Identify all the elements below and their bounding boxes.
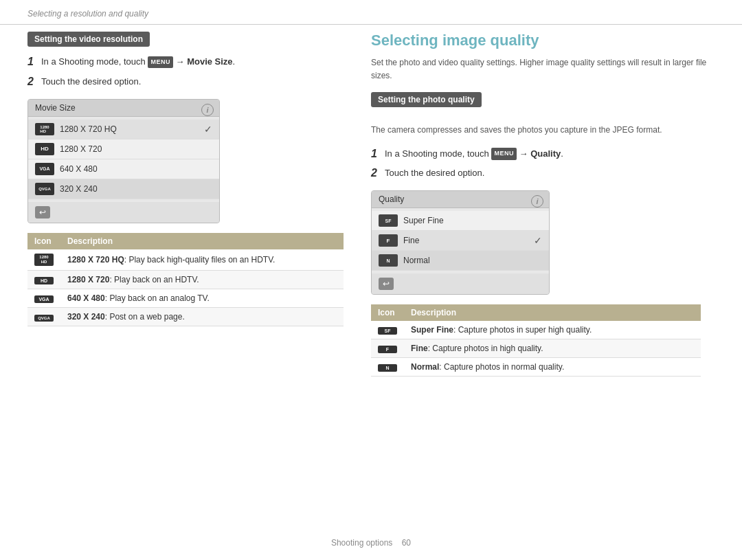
mockup-item-1280hq[interactable]: 1280HD 1280 X 720 HQ ✓	[28, 120, 219, 139]
step-2-text: Touch the desired option.	[41, 75, 141, 89]
right-step-2: 2 Touch the desired option.	[371, 166, 715, 181]
quality-title: Quality	[379, 194, 404, 204]
row-icon-qvga: QVGA	[27, 307, 60, 326]
item-label-640: 640 X 480	[60, 164, 98, 174]
page-container: Selecting a resolution and quality Setti…	[0, 0, 742, 560]
mockup-items-left: 1280HD 1280 X 720 HQ ✓ HD 1280 X 720 VGA…	[28, 117, 219, 202]
right-desc: Set the photo and video quality settings…	[371, 56, 715, 82]
row-desc-qvga: 320 X 240: Post on a web page.	[60, 307, 344, 326]
row-desc-sf: Super Fine: Capture photos in super high…	[404, 321, 701, 339]
back-button-left[interactable]: ↩	[35, 206, 50, 219]
row-icon-vga: VGA	[27, 289, 60, 307]
left-step-2: 2 Touch the desired option.	[27, 75, 344, 89]
icon-block-1280hq: 1280HD	[34, 254, 54, 266]
svg-text:SF: SF	[385, 219, 392, 223]
row-icon-1280hq: 1280HD	[27, 249, 60, 271]
left-ui-mockup: Movie Size i 1280HD 1280 X 720 HQ ✓ HD 1…	[27, 99, 220, 223]
item-label-normal: Normal	[403, 256, 430, 265]
right-section-badge: Setting the photo quality	[371, 92, 482, 107]
row-desc-f: Fine: Capture photos in high quality.	[404, 339, 701, 358]
left-desc-table: Icon Description 1280HD 1280 X 720 HQ: P…	[27, 233, 344, 326]
row-icon-f: F	[371, 339, 404, 358]
row-icon-n: N	[371, 358, 404, 377]
item-label-1280: 1280 X 720	[60, 144, 102, 154]
back-button-right[interactable]: ↩	[379, 278, 394, 290]
item-label-1280hq: 1280 X 720 HQ	[60, 124, 117, 134]
right-step-num-2: 2	[371, 166, 381, 181]
mockup-footer-left: ↩	[28, 202, 219, 223]
icon-block-sf: SF	[378, 327, 397, 335]
step-1-text: In a Shooting mode, touch MENU → Movie S…	[41, 55, 235, 69]
menu-icon-right: MENU	[491, 148, 517, 160]
mockup-title-right: Quality i	[372, 191, 549, 208]
right-desc-table: Icon Description SF Super Fine: Capture …	[371, 304, 701, 377]
left-column: Setting the video resolution 1 In a Shoo…	[27, 32, 344, 377]
icon-320: QVGA	[35, 183, 54, 195]
left-section-badge: Setting the video resolution	[27, 32, 150, 47]
step-num-2: 2	[27, 75, 37, 89]
content-area: Setting the video resolution 1 In a Shoo…	[0, 32, 742, 377]
table-row: HD 1280 X 720: Play back on an HDTV.	[27, 270, 344, 289]
mockup-title-left: Movie Size i	[28, 100, 219, 117]
icon-normal: N	[379, 254, 398, 267]
right-step-2-text: Touch the desired option.	[385, 166, 484, 180]
right-column: Selecting image quality Set the photo an…	[371, 32, 715, 377]
right-ui-mockup: Quality i SF Super Fine	[371, 190, 550, 295]
right-step-1-text: In a Shooting mode, touch MENU → Quality…	[385, 147, 563, 161]
mockup-items-right: SF Super Fine F Fine ✓	[372, 208, 549, 273]
mockup-item-fine[interactable]: F Fine ✓	[372, 231, 549, 251]
right-heading: Selecting image quality	[371, 32, 715, 49]
icon-1280hq: 1280HD	[35, 123, 54, 135]
breadcrumb: Selecting a resolution and quality	[27, 9, 148, 19]
table-row: VGA 640 X 480: Play back on an analog TV…	[27, 289, 344, 307]
info-button-left[interactable]: i	[201, 104, 214, 116]
row-icon-hd: HD	[27, 270, 60, 289]
mockup-item-1280[interactable]: HD 1280 X 720	[28, 139, 219, 159]
table-header-desc-right: Description	[404, 304, 701, 321]
table-row: F Fine: Capture photos in high quality.	[371, 339, 701, 358]
icon-640: VGA	[35, 163, 54, 175]
item-label-320: 320 X 240	[60, 184, 98, 194]
right-step-num-1: 1	[371, 147, 381, 161]
icon-block-n: N	[378, 364, 397, 372]
step-num-1: 1	[27, 55, 37, 69]
table-header-icon-right: Icon	[371, 304, 404, 321]
svg-text:F: F	[387, 238, 390, 244]
right-badge-wrap: Setting the photo quality	[371, 92, 715, 115]
right-step-1: 1 In a Shooting mode, touch MENU → Quali…	[371, 147, 715, 161]
table-row: SF Super Fine: Capture photos in super h…	[371, 321, 701, 339]
row-desc-n: Normal: Capture photos in normal quality…	[404, 358, 701, 377]
check-icon-fine: ✓	[534, 235, 542, 246]
check-icon-1280hq: ✓	[204, 124, 212, 135]
icon-block-vga: VGA	[34, 295, 54, 303]
left-step-1: 1 In a Shooting mode, touch MENU → Movie…	[27, 55, 344, 69]
table-row: QVGA 320 X 240: Post on a web page.	[27, 307, 344, 326]
icon-superfine: SF	[379, 214, 398, 227]
menu-icon-left: MENU	[148, 56, 173, 69]
item-label-fine: Fine	[403, 236, 419, 245]
breadcrumb-bar: Selecting a resolution and quality	[0, 0, 742, 25]
icon-block-qvga: QVGA	[34, 315, 54, 322]
table-row: N Normal: Capture photos in normal quali…	[371, 358, 701, 377]
table-header-desc-left: Description	[60, 233, 344, 249]
table-header-icon-left: Icon	[27, 233, 60, 249]
mockup-item-normal[interactable]: N Normal	[372, 251, 549, 271]
right-badge-desc: The camera compresses and saves the phot…	[371, 124, 715, 137]
row-icon-sf: SF	[371, 321, 404, 339]
mockup-item-320[interactable]: QVGA 320 X 240	[28, 179, 219, 199]
icon-fine: F	[379, 234, 398, 247]
table-row: 1280HD 1280 X 720 HQ: Play back high-qua…	[27, 249, 344, 271]
mockup-item-superfine[interactable]: SF Super Fine	[372, 211, 549, 231]
info-button-right[interactable]: i	[531, 195, 543, 208]
row-desc-hd: 1280 X 720: Play back on an HDTV.	[60, 270, 344, 289]
row-desc-1280hq: 1280 X 720 HQ: Play back high-quality fi…	[60, 249, 344, 271]
footer-text: Shooting options	[331, 538, 392, 548]
svg-text:N: N	[386, 258, 390, 263]
page-footer: Shooting options 60	[0, 538, 742, 548]
movie-size-title: Movie Size	[35, 103, 76, 113]
row-desc-vga: 640 X 480: Play back on an analog TV.	[60, 289, 344, 307]
icon-block-f: F	[378, 346, 397, 353]
item-label-superfine: Super Fine	[403, 216, 444, 225]
mockup-item-640[interactable]: VGA 640 X 480	[28, 159, 219, 179]
icon-1280: HD	[35, 143, 54, 155]
